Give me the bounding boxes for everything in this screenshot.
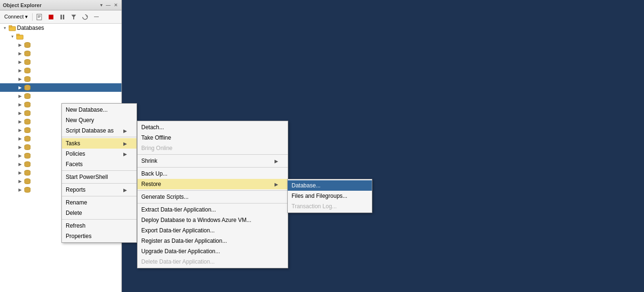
- tree-item[interactable]: ▶: [0, 92, 121, 100]
- menu-item-take-offline[interactable]: Take Offline: [137, 133, 288, 143]
- db-icon-selected: [24, 84, 31, 91]
- menu-item-export-datatier[interactable]: Export Data-tier Application...: [137, 225, 288, 236]
- tree-item[interactable]: ▶: [0, 41, 121, 49]
- svg-rect-4: [49, 15, 53, 19]
- pin-icon[interactable]: ▾: [99, 2, 103, 8]
- menu-item-delete-datatier: Delete Data-tier Application...: [137, 257, 288, 267]
- root-expand-icon[interactable]: ▾: [1, 24, 9, 32]
- arrow-icon-tasks: ▶: [123, 141, 127, 146]
- connect-button[interactable]: Connect ▾: [2, 12, 30, 22]
- filter-button[interactable]: [69, 12, 79, 22]
- menu-separator-4: [62, 196, 137, 196]
- menu-item-refresh[interactable]: Refresh: [62, 221, 137, 231]
- svg-rect-9: [94, 17, 99, 17]
- arrow-icon-reports: ▶: [123, 187, 127, 193]
- tree-item[interactable]: ▶: [0, 58, 121, 66]
- arrow-icon-shrink: ▶: [275, 159, 278, 164]
- svg-rect-11: [9, 26, 12, 27]
- svg-rect-5: [60, 15, 62, 19]
- menu-item-reports[interactable]: Reports ▶: [62, 185, 137, 195]
- object-explorer-titlebar: Object Explorer ▾ — ✕: [0, 0, 121, 10]
- svg-rect-0: [37, 14, 42, 20]
- db-icon-5: [24, 75, 31, 83]
- menu-item-script-database-as[interactable]: Script Database as ▶: [62, 125, 137, 136]
- db-icon-7: [24, 92, 31, 100]
- subfolder-icon: [16, 33, 24, 40]
- close-icon[interactable]: ✕: [113, 2, 119, 8]
- svg-marker-7: [71, 15, 76, 19]
- menu-item-restore-transaction-log: Transaction Log...: [288, 201, 372, 212]
- subfolder-expand-icon[interactable]: ▾: [9, 33, 16, 40]
- arrow-icon-policies: ▶: [123, 151, 127, 157]
- menu-item-restore-database[interactable]: Database...: [288, 180, 372, 191]
- new-query-toolbar-btn[interactable]: [34, 12, 45, 22]
- menu-item-new-database[interactable]: New Database...: [62, 105, 137, 115]
- tree-item-selected[interactable]: ▶: [0, 83, 121, 92]
- menu-item-extract-datatier[interactable]: Extract Data-tier Application...: [137, 204, 288, 215]
- refresh-toolbar-btn[interactable]: [80, 12, 90, 22]
- menu-item-new-query[interactable]: New Query: [62, 115, 137, 125]
- connect-label: Connect ▾: [4, 14, 28, 20]
- item-expand-icon[interactable]: ▶: [16, 41, 24, 49]
- tree-item[interactable]: ▶: [0, 75, 121, 83]
- menu-item-policies[interactable]: Policies ▶: [62, 149, 137, 159]
- menu-item-rename[interactable]: Rename: [62, 197, 137, 208]
- tasks-separator-1: [137, 154, 288, 155]
- tree-subfolder[interactable]: ▾: [0, 32, 121, 41]
- menu-item-start-powershell[interactable]: Start PowerShell: [62, 172, 137, 182]
- menu-item-delete[interactable]: Delete: [62, 208, 137, 218]
- pause-button[interactable]: [57, 12, 68, 22]
- tree-root[interactable]: ▾ Databases: [0, 24, 121, 32]
- menu-item-upgrade-datatier[interactable]: Upgrade Data-tier Application...: [137, 246, 288, 257]
- submenu-restore: Database... Files and Filegroups... Tran…: [287, 179, 372, 213]
- svg-rect-6: [63, 15, 64, 19]
- menu-separator-3: [62, 183, 137, 184]
- tasks-separator-3: [137, 190, 288, 191]
- submenu-tasks: Detach... Take Offline Bring Online Shri…: [137, 121, 288, 268]
- object-explorer-title: Object Explorer: [3, 2, 42, 8]
- menu-item-restore-files[interactable]: Files and Filegroups...: [288, 191, 372, 201]
- tree-item[interactable]: ▶: [0, 49, 121, 58]
- svg-rect-13: [17, 34, 19, 35]
- arrow-icon-restore: ▶: [275, 182, 278, 187]
- root-label: Databases: [17, 25, 44, 31]
- menu-item-detach[interactable]: Detach...: [137, 122, 288, 133]
- db-icon-1: [24, 41, 31, 49]
- menu-item-tasks[interactable]: Tasks ▶: [62, 138, 137, 149]
- arrow-icon-script: ▶: [123, 128, 127, 133]
- menu-item-shrink[interactable]: Shrink ▶: [137, 156, 288, 166]
- object-explorer-toolbar: Connect ▾: [0, 10, 121, 24]
- menu-item-generate-scripts[interactable]: Generate Scripts...: [137, 192, 288, 202]
- menu-item-back-up[interactable]: Back Up...: [137, 168, 288, 179]
- tree-item[interactable]: ▶: [0, 66, 121, 75]
- menu-separator-5: [62, 219, 137, 220]
- toolbar-separator-1: [32, 13, 33, 21]
- minimize-icon[interactable]: —: [105, 2, 112, 8]
- menu-item-register-datatier[interactable]: Register as Data-tier Application...: [137, 236, 288, 246]
- menu-separator-2: [62, 170, 137, 171]
- menu-item-bring-online: Bring Online: [137, 143, 288, 153]
- stop-button[interactable]: [46, 12, 56, 22]
- titlebar-icons: ▾ — ✕: [99, 2, 119, 8]
- menu-item-deploy-database[interactable]: Deploy Database to a Windows Azure VM...: [137, 215, 288, 225]
- tasks-separator-4: [137, 203, 288, 204]
- collapse-button[interactable]: [91, 12, 102, 22]
- menu-separator-1: [62, 137, 137, 137]
- db-icon-2: [24, 50, 31, 57]
- db-icon-4: [24, 67, 31, 74]
- root-folder-icon: [9, 24, 16, 32]
- menu-item-facets[interactable]: Facets: [62, 159, 137, 169]
- tasks-separator-2: [137, 167, 288, 168]
- menu-item-restore[interactable]: Restore ▶: [137, 179, 288, 189]
- menu-item-properties[interactable]: Properties: [62, 231, 137, 241]
- db-icon-3: [24, 58, 31, 66]
- context-menu-level1: New Database... New Query Script Databas…: [61, 103, 137, 243]
